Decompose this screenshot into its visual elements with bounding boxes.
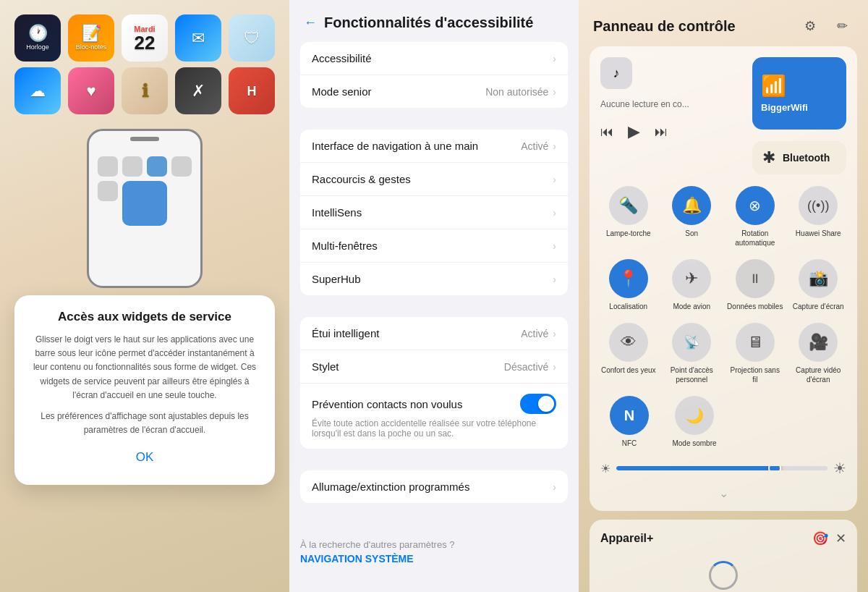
control-grid-3: 👁 Confort des yeux 📡 Point d'accès perso… bbox=[600, 317, 846, 390]
control-header-icons: ⚙ ✏ bbox=[799, 14, 854, 38]
dialog-text: Glisser le doigt vers le haut sur les ap… bbox=[29, 333, 260, 402]
app-calendar[interactable]: Mardi 22 bbox=[122, 14, 168, 62]
ctrl-huawei-share[interactable]: ((•)) Huawei Share bbox=[791, 186, 847, 248]
ctrl-lampe[interactable]: 🔦 Lampe-torche bbox=[600, 186, 657, 248]
bottom-link-label: À la recherche d'autres paramètres ? bbox=[300, 539, 568, 550]
ctrl-nfc[interactable]: N NFC bbox=[600, 396, 658, 448]
menu-list-2: Interface de navigation à une main Activ… bbox=[300, 130, 568, 295]
app-mail[interactable]: ✉ bbox=[175, 14, 221, 62]
son-btn: 🔔 bbox=[672, 186, 711, 225]
collapse-icon[interactable]: ⌄ bbox=[600, 483, 846, 500]
app-horloge-label: Horloge bbox=[26, 43, 49, 51]
appareil-content bbox=[600, 554, 846, 592]
wifi-card[interactable]: 📶 BiggerWifi bbox=[752, 57, 846, 130]
app-horloge[interactable]: 🕐 Horloge bbox=[14, 14, 61, 62]
app-row-2: ☁ ♥ ℹ ✗ H bbox=[14, 67, 275, 114]
panel-control: Panneau de contrôle ⚙ ✏ ♪ Aucune lecture… bbox=[579, 0, 868, 592]
media-left: ♪ Aucune lecture en co... ⏮ ▶ ⏭ bbox=[600, 57, 745, 174]
ctrl-avion[interactable]: ✈ Mode avion bbox=[664, 259, 720, 311]
media-controls: ⏮ ▶ ⏭ bbox=[600, 119, 745, 144]
ctrl-data[interactable]: ⏸ Données mobiles bbox=[727, 259, 783, 311]
rotation-btn: ⊗ bbox=[736, 186, 775, 225]
hotspot-label: Point d'accès personnel bbox=[664, 365, 720, 384]
bluetooth-card[interactable]: ✱ Bluetooth bbox=[752, 141, 846, 174]
ctrl-rotation[interactable]: ⊗ Rotation automatique bbox=[727, 186, 783, 248]
menu-item-intellisens[interactable]: IntelliSens › bbox=[300, 196, 568, 229]
ctrl-son[interactable]: 🔔 Son bbox=[664, 186, 720, 248]
confort-label: Confort des yeux bbox=[601, 365, 656, 375]
next-button[interactable]: ⏭ bbox=[655, 124, 668, 140]
app-game[interactable]: ✗ bbox=[175, 67, 221, 114]
menu-list-4: Allumage/extinction programmés › bbox=[300, 470, 568, 503]
ctrl-confort[interactable]: 👁 Confort des yeux bbox=[600, 323, 657, 384]
settings-icon-btn[interactable]: ⚙ bbox=[799, 14, 822, 38]
menu-item-multifenetres[interactable]: Multi-fenêtres › bbox=[300, 229, 568, 263]
panel-accessibility: ← Fonctionnalités d'accessibilité Access… bbox=[289, 0, 579, 592]
media-row: ♪ Aucune lecture en co... ⏮ ▶ ⏭ 📶 Bigger… bbox=[600, 57, 846, 174]
prevention-toggle[interactable] bbox=[520, 394, 556, 414]
edit-icon-btn[interactable]: ✏ bbox=[830, 14, 854, 38]
appareil-close-icon[interactable]: ✕ bbox=[835, 530, 846, 546]
ctrl-projection[interactable]: 🖥 Projection sans fil bbox=[727, 323, 783, 384]
lampe-btn: 🔦 bbox=[609, 186, 648, 225]
menu-item-etui[interactable]: Étui intelligent Activé › bbox=[300, 317, 568, 350]
video-capture-btn: 🎥 bbox=[799, 323, 838, 362]
panel2-title: Fonctionnalités d'accessibilité bbox=[324, 14, 533, 31]
menu-item-mode-senior[interactable]: Mode senior Non autorisée › bbox=[300, 75, 568, 108]
play-button[interactable]: ▶ bbox=[628, 122, 640, 141]
app-shield[interactable]: 🛡 bbox=[229, 14, 275, 62]
capture-label: Capture d'écran bbox=[793, 302, 844, 311]
menu-item-stylet[interactable]: Stylet Désactivé › bbox=[300, 350, 568, 384]
panel-homescreen: 🕐 Horloge 📝 Bloc-notes Mardi 22 ✉ 🛡 ☁ bbox=[0, 0, 289, 592]
app-notes[interactable]: 📝 Bloc-notes bbox=[68, 14, 114, 62]
ctrl-localisation[interactable]: 📍 Localisation bbox=[600, 259, 657, 311]
huawei-share-btn: ((•)) bbox=[799, 186, 838, 225]
wifi-label: BiggerWifi bbox=[761, 102, 808, 113]
chevron-icon: › bbox=[553, 174, 556, 185]
dialog-ok-button[interactable]: OK bbox=[29, 444, 260, 470]
back-button[interactable]: ← bbox=[304, 15, 317, 30]
brightness-fill bbox=[616, 466, 775, 470]
bluetooth-icon: ✱ bbox=[762, 148, 775, 167]
chevron-icon: › bbox=[553, 140, 556, 152]
app-info[interactable]: ℹ bbox=[122, 67, 168, 114]
chevron-icon: › bbox=[553, 86, 556, 98]
nav-system-link[interactable]: NAVIGATION SYSTÈME bbox=[300, 553, 568, 564]
ctrl-capture[interactable]: 📸 Capture d'écran bbox=[791, 259, 847, 311]
ctrl-dark-mode[interactable]: 🌙 Mode sombre bbox=[665, 396, 723, 448]
bottom-link-area: À la recherche d'autres paramètres ? NAV… bbox=[289, 525, 579, 579]
menu-item-accessibilite[interactable]: Accessibilité › bbox=[300, 42, 568, 75]
dialog-text2: Les préférences d'affichage sont ajustab… bbox=[29, 410, 260, 437]
menu-item-superhub[interactable]: SuperHub › bbox=[300, 263, 568, 295]
brightness-high-icon: ☀ bbox=[833, 460, 846, 477]
chevron-icon: › bbox=[553, 274, 556, 285]
video-capture-label: Capture vidéo d'écran bbox=[791, 365, 847, 384]
app-row-1: 🕐 Horloge 📝 Bloc-notes Mardi 22 ✉ 🛡 bbox=[14, 14, 275, 62]
chevron-icon: › bbox=[553, 207, 556, 219]
menu-item-raccourcis[interactable]: Raccourcis & gestes › bbox=[300, 163, 568, 196]
control-grid-2: 📍 Localisation ✈ Mode avion ⏸ Données mo… bbox=[600, 253, 846, 317]
dark-mode-btn: 🌙 bbox=[675, 396, 714, 435]
appareil-plus-icons: 🎯 ✕ bbox=[812, 530, 846, 546]
confort-btn: 👁 bbox=[609, 323, 648, 362]
menu-item-navigation[interactable]: Interface de navigation à une main Activ… bbox=[300, 130, 568, 163]
ctrl-hotspot[interactable]: 📡 Point d'accès personnel bbox=[664, 323, 720, 384]
brightness-bar[interactable] bbox=[616, 466, 827, 470]
menu-list-1: Accessibilité › Mode senior Non autorisé… bbox=[300, 42, 568, 108]
brightness-thumb bbox=[768, 466, 781, 470]
app-icloud[interactable]: ☁ bbox=[14, 67, 61, 114]
data-label: Données mobiles bbox=[727, 302, 783, 311]
app-huawei[interactable]: H bbox=[229, 67, 275, 114]
menu-group-2: Interface de navigation à une main Activ… bbox=[289, 130, 579, 306]
app-heart[interactable]: ♥ bbox=[68, 67, 114, 114]
ctrl-video-capture[interactable]: 🎥 Capture vidéo d'écran bbox=[791, 323, 847, 384]
media-panel: ♪ Aucune lecture en co... ⏮ ▶ ⏭ 📶 Bigger… bbox=[590, 46, 857, 511]
control-header: Panneau de contrôle ⚙ ✏ bbox=[590, 11, 857, 46]
no-playback-label: Aucune lecture en co... bbox=[600, 95, 745, 114]
prev-button[interactable]: ⏮ bbox=[600, 124, 613, 140]
appareil-settings-icon[interactable]: 🎯 bbox=[812, 530, 828, 546]
chevron-icon: › bbox=[553, 240, 556, 252]
avion-btn: ✈ bbox=[672, 259, 711, 298]
chevron-icon: › bbox=[553, 328, 556, 339]
menu-item-allumage[interactable]: Allumage/extinction programmés › bbox=[300, 470, 568, 503]
